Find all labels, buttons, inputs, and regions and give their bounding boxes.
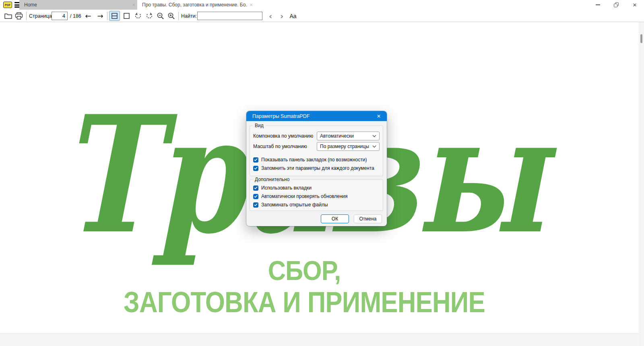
rotate-left-icon (134, 12, 142, 20)
selected-value: Автоматически (320, 133, 354, 139)
find-label: Найти: (181, 10, 197, 22)
checkbox-show-bookmarks[interactable]: Показывать панель закладок (по возможнос… (253, 157, 367, 163)
next-page-button[interactable]: → (95, 11, 105, 21)
toolbar-separator (178, 12, 179, 20)
single-page-view-button[interactable] (121, 11, 132, 21)
chevron-left-icon: ‹ (269, 11, 272, 21)
find-next-button[interactable]: › (277, 11, 287, 21)
zoom-in-icon (167, 12, 175, 20)
page-total: / 186 (70, 10, 81, 22)
checkbox-label: Запоминать открытые файлы (261, 202, 328, 208)
close-icon: ✕ (633, 2, 637, 8)
open-file-button[interactable] (3, 11, 13, 21)
checkbox-label: Использовать вкладки (261, 185, 312, 191)
previous-page-button[interactable]: ← (83, 11, 93, 21)
arrow-right-icon: → (97, 12, 103, 20)
document-subtitle: СБОР, ЗАГОТОВКА И ПРИМЕНЕНИЕ (0, 257, 609, 317)
tab-bar: PDF Home × Про травы. Сбор, заготовка и … (0, 0, 644, 10)
checkbox-checked-icon[interactable] (253, 157, 258, 163)
dialog-buttons: ОК Отмена (321, 214, 382, 223)
page-bottom-margin (0, 333, 644, 346)
tab-close-icon[interactable]: × (130, 0, 137, 9)
toolbar-separator (107, 12, 107, 20)
view-group: Вид Компоновка по умолчанию Автоматическ… (250, 126, 383, 176)
folder-icon (4, 13, 12, 19)
find-input[interactable] (197, 12, 262, 20)
printer-icon (15, 12, 23, 20)
close-button[interactable]: ✕ (625, 0, 644, 10)
window-controls: ✕ (588, 0, 644, 10)
rotate-left-button[interactable] (132, 11, 143, 21)
match-case-button[interactable]: Aa (288, 11, 298, 21)
match-case-label: Aa (289, 13, 296, 19)
checkbox-label: Показывать панель закладок (по возможнос… (261, 157, 367, 163)
dialog-title: Параметры SumatraPDF (252, 113, 310, 119)
chevron-down-icon (372, 145, 376, 148)
close-icon: ✕ (377, 113, 381, 119)
scrollbar-thumb[interactable] (640, 34, 642, 43)
zoom-out-icon (157, 12, 164, 20)
minimize-icon (596, 4, 600, 5)
checkbox-checked-icon[interactable] (253, 194, 258, 199)
cancel-button[interactable]: Отмена (354, 214, 382, 223)
checkbox-remember-files[interactable]: Запоминать открытые файлы (253, 202, 328, 208)
settings-dialog: Параметры SumatraPDF ✕ Вид Компоновка по… (246, 111, 387, 226)
selected-value: По размеру страницы (320, 144, 369, 149)
default-zoom-select[interactable]: По размеру страницы (317, 142, 380, 151)
restore-icon (614, 2, 619, 7)
checkbox-label: Автоматически проверять обновления (261, 194, 348, 199)
single-page-icon (124, 13, 130, 19)
app-logo-pdf-icon: PDF (3, 2, 12, 8)
advanced-group-legend: Дополнительно (253, 177, 291, 182)
rotate-right-button[interactable] (144, 11, 155, 21)
checkbox-checked-icon[interactable] (253, 185, 258, 191)
checkbox-checked-icon[interactable] (253, 166, 258, 171)
advanced-group: Дополнительно Использовать вкладки Автом… (250, 179, 383, 211)
tab-home[interactable]: Home × (19, 0, 137, 10)
default-zoom-label: Масштаб по умолчанию (253, 144, 307, 149)
default-layout-select[interactable]: Автоматически (317, 132, 380, 140)
checkbox-check-updates[interactable]: Автоматически проверять обновления (253, 193, 348, 200)
print-button[interactable] (14, 11, 24, 21)
ok-button[interactable]: ОК (321, 214, 349, 223)
checkbox-checked-icon[interactable] (253, 202, 258, 208)
checkbox-use-tabs[interactable]: Использовать вкладки (253, 185, 312, 191)
find-previous-button[interactable]: ‹ (266, 11, 275, 21)
default-layout-row: Компоновка по умолчанию Автоматически (253, 132, 380, 140)
restore-button[interactable] (607, 0, 625, 10)
dialog-close-button[interactable]: ✕ (371, 111, 387, 121)
continuous-page-icon (111, 13, 118, 19)
arrow-left-icon: ← (85, 12, 91, 20)
continuous-view-button[interactable] (109, 11, 120, 21)
page-number-input[interactable] (52, 12, 68, 20)
zoom-in-button[interactable] (166, 11, 176, 21)
zoom-out-button[interactable] (155, 11, 165, 21)
toolbar-separator (26, 12, 27, 20)
chevron-down-icon (372, 135, 376, 137)
tab-document[interactable]: Про травы. Сбор, заготовка и применение.… (137, 0, 255, 10)
default-layout-label: Компоновка по умолчанию (253, 133, 313, 139)
subtitle-line-2: ЗАГОТОВКА И ПРИМЕНЕНИЕ (37, 288, 572, 317)
subtitle-line-1: СБОР, (31, 257, 578, 284)
toolbar: Страница: / 186 ← → (0, 10, 644, 22)
tab-title: Про травы. Сбор, заготовка и применение.… (137, 2, 248, 8)
view-group-legend: Вид (253, 123, 265, 128)
default-zoom-row: Масштаб по умолчанию По размеру страницы (253, 142, 380, 151)
rotate-right-icon (145, 12, 153, 20)
dialog-title-bar[interactable]: Параметры SumatraPDF (246, 111, 387, 121)
scrollbar-track[interactable] (639, 22, 644, 346)
tab-close-icon[interactable]: × (248, 0, 255, 9)
tab-title: Home (19, 2, 130, 8)
chevron-right-icon: › (280, 11, 283, 21)
minimize-button[interactable] (588, 0, 607, 10)
page-label: Страница: (29, 10, 53, 22)
checkbox-label: Запомнить эти параметры для каждого доку… (261, 165, 374, 171)
checkbox-remember-settings[interactable]: Запомнить эти параметры для каждого доку… (253, 165, 374, 171)
